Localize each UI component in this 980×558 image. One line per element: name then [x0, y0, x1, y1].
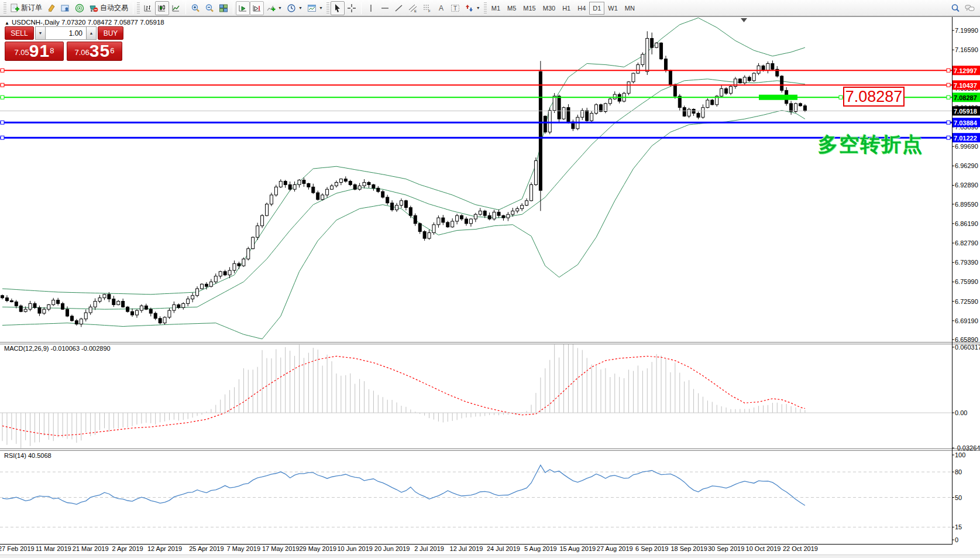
search-button[interactable]	[948, 1, 962, 15]
auto-scroll-button[interactable]	[236, 1, 250, 15]
zoom-in-button[interactable]	[188, 1, 202, 15]
timeframe-mn[interactable]: MN	[621, 2, 638, 15]
periods-button[interactable]: ▼	[284, 1, 305, 15]
svg-text:12 Jul 2019: 12 Jul 2019	[450, 545, 483, 552]
auto-scroll-icon	[238, 4, 247, 13]
svg-text:6.72590: 6.72590	[955, 298, 978, 305]
signals-icon	[75, 4, 84, 13]
svg-text:30 Sep 2019: 30 Sep 2019	[708, 545, 744, 552]
toolbar-grip[interactable]	[326, 2, 329, 14]
toolbar-grip[interactable]	[484, 2, 487, 14]
trendline-button[interactable]	[392, 1, 406, 15]
crosshair-button[interactable]	[345, 1, 359, 15]
buy-button[interactable]: BUY	[98, 26, 123, 40]
svg-text:100: 100	[955, 451, 965, 458]
cursor-button[interactable]	[331, 1, 345, 15]
channel-icon: E	[408, 4, 418, 13]
turning-point-annotation[interactable]: 多空转折点	[818, 131, 932, 158]
volume-decrease-button[interactable]: ▼	[35, 26, 46, 40]
volume-increase-button[interactable]: ▲	[86, 26, 97, 40]
auto-trading-button[interactable]: 自动交易	[87, 1, 130, 15]
svg-text:10 Oct 2019: 10 Oct 2019	[746, 545, 781, 552]
macd-header: MACD(12,26,9) -0.010063 -0.002890	[4, 345, 111, 352]
candlestick-chart-button[interactable]	[155, 1, 169, 15]
svg-text:7.08287: 7.08287	[954, 94, 977, 101]
indicators-button[interactable]: ▼	[264, 1, 284, 15]
svg-text:6.82790: 6.82790	[955, 239, 978, 247]
svg-text:6.75990: 6.75990	[955, 278, 978, 285]
new-order-button[interactable]: 新订单	[8, 1, 44, 15]
svg-text:7 May 2019: 7 May 2019	[227, 545, 260, 552]
buy-price-button[interactable]: 7.06356	[67, 42, 122, 61]
sell-price-button[interactable]: 7.05918	[5, 42, 64, 61]
svg-text:2 Jul 2019: 2 Jul 2019	[414, 545, 444, 552]
svg-text:15: 15	[955, 523, 962, 530]
chart-shift-button[interactable]	[250, 1, 264, 15]
signals-button[interactable]	[73, 1, 87, 15]
templates-button[interactable]: ▼	[305, 1, 325, 15]
svg-text:6 Sep 2019: 6 Sep 2019	[635, 545, 668, 552]
line-chart-icon	[171, 4, 181, 13]
main-toolbar: 新订单 自动交易	[0, 0, 980, 16]
svg-text:15 Aug 2019: 15 Aug 2019	[559, 545, 596, 552]
timeframe-h1[interactable]: H1	[559, 2, 574, 15]
horizontal-line-button[interactable]	[378, 1, 392, 15]
price-level-callout[interactable]: 7.08287	[843, 87, 905, 107]
chart-canvas[interactable]: 7.199907.165907.131907.098907.064907.030…	[0, 0, 980, 558]
buy-price-point: 6	[110, 42, 114, 60]
svg-text:A: A	[439, 4, 443, 12]
timeframe-m5[interactable]: M5	[504, 2, 520, 15]
clock-icon	[287, 4, 296, 13]
profiles-icon	[61, 4, 70, 13]
svg-text:24 Jul 2019: 24 Jul 2019	[487, 545, 520, 552]
timeframe-m30[interactable]: M30	[539, 2, 559, 15]
svg-text:12 Apr 2019: 12 Apr 2019	[147, 545, 182, 552]
chevron-down-icon: ▼	[319, 6, 323, 10]
chat-button[interactable]	[962, 1, 978, 15]
timeframe-w1[interactable]: W1	[604, 2, 621, 15]
text-label-button[interactable]: T	[448, 1, 462, 15]
timeframe-m1[interactable]: M1	[488, 2, 504, 15]
zoom-out-button[interactable]	[202, 1, 216, 15]
toolbar-separator	[361, 2, 362, 14]
chart-shift-icon	[252, 4, 262, 13]
new-order-icon	[10, 4, 19, 13]
bar-chart-button[interactable]	[141, 1, 155, 15]
text-icon: A	[436, 4, 446, 13]
buy-price-pips: 35	[90, 43, 110, 59]
crosshair-icon	[347, 4, 356, 13]
toolbar-grip[interactable]	[4, 2, 6, 14]
svg-text:6.79390: 6.79390	[955, 259, 978, 266]
profiles-button[interactable]	[59, 1, 73, 15]
fibonacci-button[interactable]: F	[420, 1, 434, 15]
svg-text:7.12997: 7.12997	[954, 67, 977, 74]
svg-text:18 Sep 2019: 18 Sep 2019	[670, 545, 707, 552]
text-button[interactable]: A	[434, 1, 448, 15]
auto-trading-icon	[89, 4, 98, 13]
svg-text:7.03884: 7.03884	[954, 119, 978, 126]
sell-button[interactable]: SELL	[5, 26, 34, 40]
volume-input[interactable]	[46, 26, 86, 40]
line-chart-button[interactable]	[169, 1, 183, 15]
arrows-button[interactable]: ▼	[462, 1, 483, 15]
chevron-down-icon: ▼	[476, 6, 480, 10]
channel-button[interactable]: E	[406, 1, 420, 15]
search-icon	[951, 4, 960, 13]
toolbar-grip[interactable]	[137, 2, 140, 14]
tile-windows-button[interactable]	[216, 1, 231, 15]
svg-text:7.16590: 7.16590	[955, 46, 978, 53]
timeframe-h4[interactable]: H4	[574, 2, 589, 15]
svg-text:2 Apr 2019: 2 Apr 2019	[112, 545, 143, 552]
cursor-icon	[333, 4, 342, 13]
timeframe-d1[interactable]: D1	[589, 2, 604, 15]
svg-text:7.19990: 7.19990	[955, 27, 978, 34]
collapse-icon[interactable]: ▲	[5, 20, 9, 26]
svg-text:7.10437: 7.10437	[954, 82, 977, 89]
vertical-line-button[interactable]	[364, 1, 378, 15]
symbol-header: ▲USDCNH-,Daily 7.07320 7.08472 7.05877 7…	[5, 19, 164, 26]
svg-text:E: E	[414, 9, 417, 13]
svg-text:27 Aug 2019: 27 Aug 2019	[597, 545, 633, 552]
svg-text:27 Feb 2019: 27 Feb 2019	[0, 545, 35, 552]
editor-button[interactable]	[44, 1, 59, 15]
timeframe-m15[interactable]: M15	[520, 2, 539, 15]
